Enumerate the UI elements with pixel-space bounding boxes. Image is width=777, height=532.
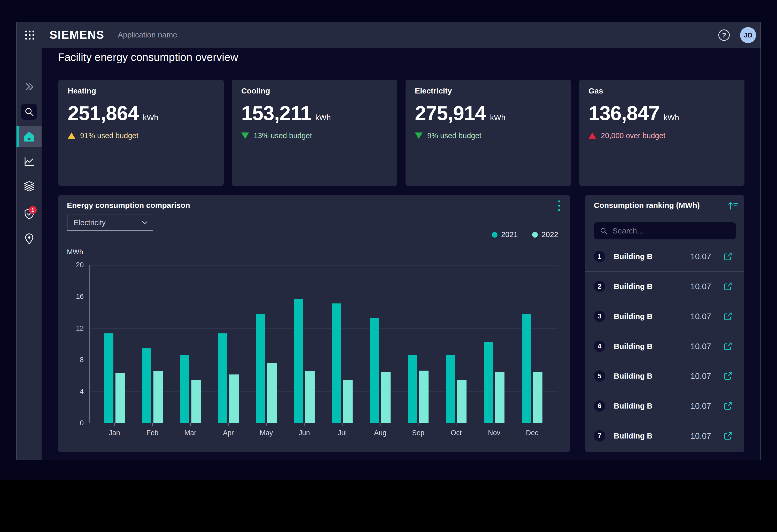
kebab-menu-icon[interactable] [553,197,565,214]
x-tick [114,423,115,426]
kpi-value-row: 153,211kWh [241,102,331,125]
kpi-status: 91% used budget [68,131,138,140]
rank-name: Building B [614,342,653,351]
rank-value: 10.07 [690,252,711,261]
ranking-row[interactable]: 1Building B10.07 [585,242,744,271]
kpi-unit: kWh [664,113,679,122]
sidebar-expand-icon[interactable] [16,77,41,97]
bar-2022 [419,371,429,423]
rank-name: Building B [614,282,653,291]
kpi-card: Electricity275,914kWh9% used budget [406,80,571,186]
x-tick [380,423,380,426]
y-tick-label: 4 [68,388,84,396]
y-tick-label: 12 [68,324,84,332]
bar-2021 [180,355,189,423]
bar-2021 [484,342,493,423]
legend-item[interactable]: 2021 [492,230,518,239]
legend-item[interactable]: 2022 [532,230,558,239]
sidebar-item-search[interactable] [16,102,41,122]
layers-icon [23,180,35,192]
sidebar-item-locations[interactable] [16,229,41,249]
y-tick-label: 8 [68,356,84,364]
bar-2021 [446,355,455,423]
ranking-row[interactable]: 3Building B10.07 [585,301,744,331]
bottom-letterbox [0,480,777,532]
search-icon [599,227,608,235]
chart-legend: 20212022 [492,230,558,239]
app-window: SIEMENS Application name ? JD [16,22,761,460]
ranking-list: 1Building B10.072Building B10.073Buildin… [585,242,744,451]
sidebar-item-compliance[interactable]: 1 [16,204,41,224]
x-tick-label: Mar [175,429,206,437]
kpi-status-text: 13% used budget [254,131,312,140]
siemens-logo: SIEMENS [49,28,104,41]
x-tick-label: Nov [479,429,510,437]
bar-2021 [218,334,227,423]
kpi-status-text: 91% used budget [80,131,138,140]
app-launcher-icon[interactable] [25,30,35,40]
external-link-icon[interactable] [723,312,733,321]
triangle-up-icon [68,132,76,139]
kpi-card: Cooling153,211kWh13% used budget [232,80,397,186]
bar-2021 [142,349,151,423]
rank-badge: 5 [594,370,605,382]
kpi-card: Heating251,864kWh91% used budget [59,80,224,186]
external-link-icon[interactable] [723,431,733,440]
x-tick-label: Aug [365,429,396,437]
bar-2022 [495,372,505,423]
kpi-value: 153,211 [241,102,311,125]
external-link-icon[interactable] [723,342,733,351]
triangle-down-icon [415,132,423,139]
external-link-icon[interactable] [723,282,733,291]
metric-dropdown[interactable]: Electricity [67,215,153,231]
kpi-status: 20,000 over budget [588,131,665,140]
kpi-row: Heating251,864kWh91% used budgetCooling1… [59,80,745,186]
rank-badge: 6 [594,400,605,412]
ranking-row[interactable]: 5Building B10.07 [585,361,744,391]
gridline [90,297,558,297]
y-axis-label: MWh [67,248,83,256]
sidebar-item-home[interactable] [16,126,41,147]
line-chart-icon [23,155,35,167]
x-tick [304,423,305,426]
rank-value: 10.07 [690,282,711,291]
bar-2021 [370,318,379,423]
external-link-icon[interactable] [723,401,733,411]
rank-value: 10.07 [690,342,711,351]
user-avatar[interactable]: JD [740,27,756,43]
sidebar-item-layers[interactable] [16,176,41,196]
kpi-value: 251,864 [68,102,139,125]
bar-chart-plot: 048121620JanFebMarAprMayJunJulAugSepOctN… [89,265,558,423]
ranking-card: Consumption ranking (MWh) 1Building B10.… [585,195,744,452]
rank-value: 10.07 [690,371,711,381]
bar-2022 [305,371,315,423]
rank-name: Building B [614,252,653,261]
ranking-row[interactable]: 6Building B10.07 [585,391,744,421]
sort-icon[interactable] [727,200,739,212]
bar-2021 [104,334,113,423]
ranking-row[interactable]: 2Building B10.07 [585,271,744,301]
x-tick-label: May [251,429,282,437]
help-icon[interactable]: ? [718,29,730,41]
external-link-icon[interactable] [723,371,733,381]
kpi-value-row: 275,914kWh [415,102,506,125]
ranking-title: Consumption ranking (MWh) [594,201,700,210]
ranking-row[interactable]: 7Building B10.07 [585,421,744,451]
rank-badge: 1 [594,251,605,262]
x-tick [266,423,266,426]
rank-badge: 7 [594,430,605,442]
triangle-up-icon [588,132,596,139]
ranking-search-input[interactable] [613,227,716,235]
kpi-label: Heating [68,87,96,95]
legend-label: 2021 [501,230,518,239]
bar-2021 [256,314,265,423]
sidebar-item-analytics[interactable] [16,151,41,172]
ranking-search [594,222,736,239]
ranking-row[interactable]: 4Building B10.07 [585,331,744,361]
metric-dropdown-value: Electricity [74,219,106,227]
bar-2021 [294,299,303,423]
bar-2022 [153,371,163,423]
external-link-icon[interactable] [723,252,733,261]
y-tick-label: 20 [68,261,84,269]
top-bar: SIEMENS Application name ? JD [16,22,761,48]
